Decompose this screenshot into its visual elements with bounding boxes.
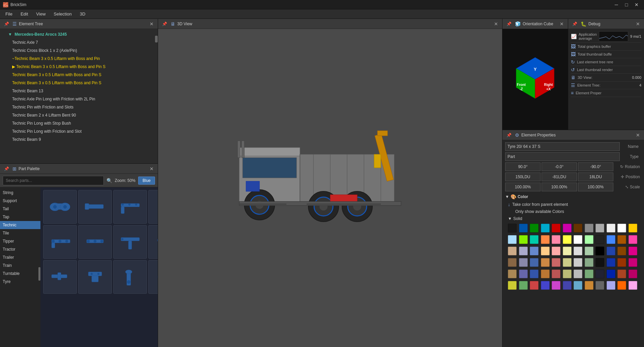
tree-item-8[interactable]: Technic Pin with Friction and Slots (0, 103, 158, 111)
tree-item-4[interactable]: Technic Beam 3 x 0.5 Liftarm with Boss a… (0, 71, 158, 79)
position-z[interactable]: 18LDU (578, 172, 613, 181)
scale-x[interactable]: 100.00% (505, 183, 541, 191)
tree-item-7[interactable]: Technic Axle Pin Long with Friction with… (0, 95, 158, 103)
color-swatch-5-3[interactable] (541, 281, 550, 290)
color-swatch-0-2[interactable] (530, 224, 539, 232)
category-item-tail[interactable]: Tail (0, 205, 40, 213)
view3d-pin[interactable]: 📌 (161, 22, 168, 26)
part-cell-2[interactable] (113, 190, 147, 224)
part-palette-close[interactable]: ✕ (148, 166, 155, 171)
maximize-button[interactable]: □ (622, 0, 631, 9)
position-x[interactable]: 150LDU (505, 172, 541, 181)
menu-view[interactable]: View (32, 10, 50, 18)
color-swatch-3-1[interactable] (519, 258, 528, 267)
color-swatch-4-6[interactable] (574, 270, 582, 278)
solid-section-header[interactable]: ▼ Solid (505, 215, 641, 222)
color-swatch-3-9[interactable] (607, 258, 615, 267)
color-swatch-4-11[interactable] (628, 270, 637, 278)
element-tree-pin[interactable]: 📌 (3, 22, 10, 26)
part-cell-9[interactable] (78, 225, 112, 259)
position-y[interactable]: -81LDU (542, 172, 577, 181)
part-cell-10[interactable] (113, 225, 147, 259)
part-cell-17[interactable] (78, 260, 112, 294)
color-swatch-3-11[interactable] (628, 258, 637, 267)
elem-props-pin[interactable]: 📌 (505, 133, 513, 137)
color-swatch-4-8[interactable] (595, 270, 604, 278)
color-swatch-5-9[interactable] (607, 281, 615, 290)
part-cell-3[interactable] (148, 190, 158, 224)
color-swatch-1-7[interactable] (585, 235, 593, 244)
color-swatch-0-6[interactable] (574, 224, 582, 232)
part-cell-19[interactable] (148, 260, 158, 294)
category-item-trailer[interactable]: Trailer (0, 253, 40, 261)
part-cell-11[interactable] (148, 225, 158, 259)
debug-close[interactable]: ✕ (635, 21, 641, 27)
color-swatch-4-5[interactable] (563, 270, 572, 278)
tree-item-5[interactable]: Technic Beam 3 x 0.5 Liftarm with Boss a… (0, 79, 158, 87)
color-swatch-4-2[interactable] (530, 270, 539, 278)
category-list[interactable]: StringSupportTailTapTechnicTileTipperTra… (0, 187, 40, 347)
part-cell-8[interactable] (43, 225, 77, 259)
color-swatch-3-0[interactable] (508, 258, 517, 267)
category-item-string[interactable]: String (0, 189, 40, 197)
color-swatch-1-10[interactable] (617, 235, 626, 244)
color-swatch-5-10[interactable] (617, 281, 626, 290)
color-swatch-3-7[interactable] (585, 258, 593, 267)
tree-item-11[interactable]: Technic Pin Long with Friction and Slot (0, 127, 158, 135)
view3d-content[interactable] (158, 29, 502, 347)
color-swatch-5-11[interactable] (628, 281, 637, 290)
color-swatch-4-1[interactable] (519, 270, 528, 278)
rotation-y[interactable]: -0.0° (542, 162, 577, 171)
tree-root[interactable]: ▼ Mercedes-Benz Arocs 3245 (0, 30, 158, 38)
color-swatch-4-4[interactable] (552, 270, 560, 278)
color-swatch-2-4[interactable] (552, 247, 560, 255)
menu-3d[interactable]: 3D (76, 10, 90, 18)
color-swatch-2-3[interactable] (541, 247, 550, 255)
color-swatch-3-5[interactable] (563, 258, 572, 267)
search-input[interactable] (3, 176, 104, 185)
color-swatch-3-6[interactable] (574, 258, 582, 267)
color-swatch-3-8[interactable] (595, 258, 604, 267)
parts-grid-wrapper[interactable]: Technic Beam 3 x 3 x 0.5 Liftarm Bent 90… (40, 187, 158, 347)
color-swatch-1-0[interactable] (508, 235, 517, 244)
color-swatch-0-8[interactable] (595, 224, 604, 232)
element-tree-close[interactable]: ✕ (148, 21, 155, 27)
category-item-tile[interactable]: Tile (0, 229, 40, 237)
category-item-train[interactable]: Train (0, 261, 40, 270)
color-swatch-5-6[interactable] (574, 281, 582, 290)
color-swatch-2-5[interactable] (563, 247, 572, 255)
color-swatch-4-0[interactable] (508, 270, 517, 278)
part-palette-pin[interactable]: 📌 (3, 166, 10, 171)
category-item-tap[interactable]: Tap (0, 213, 40, 221)
color-swatch-5-1[interactable] (519, 281, 528, 290)
tree-item-3[interactable]: ▶ Technic Beam 3 x 0.5 Liftarm with Boss… (0, 63, 158, 71)
color-swatch-0-10[interactable] (617, 224, 626, 232)
color-swatch-1-3[interactable] (541, 235, 550, 244)
tree-item-0[interactable]: Technic Axle 7 (0, 38, 158, 46)
color-swatch-0-1[interactable] (519, 224, 528, 232)
color-swatch-5-4[interactable] (552, 281, 560, 290)
color-swatch-5-5[interactable] (563, 281, 572, 290)
orientation-pin[interactable]: 📌 (505, 22, 513, 26)
color-swatch-2-11[interactable] (628, 247, 637, 255)
close-button[interactable]: ✕ (632, 0, 641, 9)
color-swatch-0-5[interactable] (563, 224, 572, 232)
debug-pin[interactable]: 📌 (571, 22, 579, 26)
color-swatch-5-8[interactable] (595, 281, 604, 290)
color-swatch-2-0[interactable] (508, 247, 517, 255)
color-swatch-1-1[interactable] (519, 235, 528, 244)
color-swatch-4-10[interactable] (617, 270, 626, 278)
color-swatch-3-2[interactable] (530, 258, 539, 267)
color-swatch-1-6[interactable] (574, 235, 582, 244)
category-item-tyre[interactable]: Tyre (0, 278, 40, 286)
category-item-technic[interactable]: Technic (0, 221, 40, 229)
color-swatch-1-9[interactable] (607, 235, 615, 244)
color-swatch-0-7[interactable] (585, 224, 593, 232)
color-swatch-4-9[interactable] (607, 270, 615, 278)
menu-selection[interactable]: Selection (50, 10, 75, 18)
color-button[interactable]: Blue (138, 177, 155, 185)
take-color-from-parent-row[interactable]: ↓ Take color from parent element (505, 201, 641, 208)
orientation-close[interactable]: ✕ (558, 21, 565, 27)
color-swatch-1-8[interactable] (595, 235, 604, 244)
color-swatch-3-10[interactable] (617, 258, 626, 267)
